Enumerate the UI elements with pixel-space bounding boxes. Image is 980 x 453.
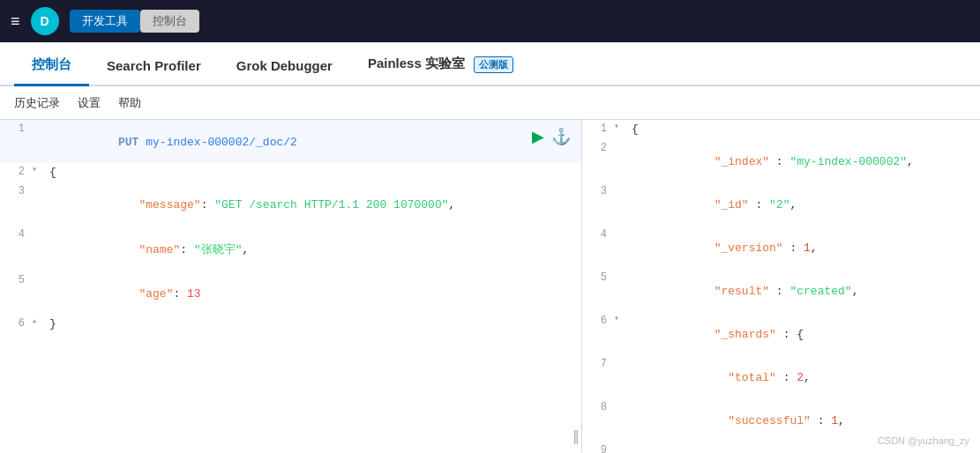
out-content-1: { bbox=[628, 121, 980, 136]
left-panel: 1 PUT my-index-000002/_doc/2 2 ▾ { 3 "me… bbox=[0, 120, 582, 453]
breadcrumb: 开发工具 › 控制台 bbox=[70, 10, 200, 33]
line-content-4: "name": "张晓宇", bbox=[46, 226, 581, 271]
out-num-4: 4 bbox=[582, 226, 614, 241]
line-num-2: 2 bbox=[0, 164, 32, 178]
editor-line-4: 4 "name": "张晓宇", bbox=[0, 226, 581, 271]
out-content-5: "result" : "created", bbox=[628, 270, 980, 311]
line-toggle-6[interactable]: ▴ bbox=[32, 316, 46, 326]
code-editor[interactable]: 1 PUT my-index-000002/_doc/2 2 ▾ { 3 "me… bbox=[0, 120, 581, 453]
run-button[interactable]: ▶ bbox=[532, 127, 544, 146]
editor-line-3: 3 "message": "GET /search HTTP/1.1 200 1… bbox=[0, 182, 581, 226]
resize-handle[interactable]: ‖ bbox=[571, 418, 581, 453]
tab-console[interactable]: 控制台 bbox=[14, 46, 89, 86]
line-content-1: PUT my-index-000002/_doc/2 bbox=[46, 121, 581, 162]
toolbar: 历史记录 设置 帮助 bbox=[0, 86, 980, 120]
breadcrumb-dev-tools[interactable]: 开发工具 bbox=[70, 10, 140, 33]
line-content-3: "message": "GET /search HTTP/1.1 200 107… bbox=[46, 183, 581, 225]
tab-search-profiler[interactable]: Search Profiler bbox=[89, 48, 219, 86]
editor-actions: ▶ ⚓ bbox=[532, 127, 571, 146]
toolbar-settings[interactable]: 设置 bbox=[78, 95, 101, 111]
line-content-2: { bbox=[46, 164, 581, 179]
output-line-1: 1 ▾ { bbox=[582, 120, 980, 139]
avatar[interactable]: D bbox=[31, 7, 59, 35]
line-content-5: "age": 13 bbox=[46, 272, 581, 314]
out-content-4: "_version" : 1, bbox=[628, 226, 980, 268]
out-num-9: 9 bbox=[582, 442, 614, 453]
out-num-3: 3 bbox=[582, 183, 614, 197]
editor-line-1: 1 PUT my-index-000002/_doc/2 bbox=[0, 120, 581, 163]
json-output: 1 ▾ { 2 "_index" : "my-index-000002", 3 … bbox=[582, 120, 980, 453]
tab-bar: 控制台 Search Profiler Grok Debugger Painle… bbox=[0, 42, 980, 86]
line-num-4: 4 bbox=[0, 226, 32, 241]
out-content-8: "successful" : 1, bbox=[628, 399, 980, 441]
hamburger-icon[interactable]: ≡ bbox=[11, 12, 20, 31]
output-line-3: 3 "_id" : "2", bbox=[582, 182, 980, 226]
right-panel: 1 ▾ { 2 "_index" : "my-index-000002", 3 … bbox=[582, 120, 980, 453]
editor-line-5: 5 "age": 13 bbox=[0, 271, 581, 315]
out-num-8: 8 bbox=[582, 399, 614, 413]
copy-link-button[interactable]: ⚓ bbox=[551, 127, 571, 146]
out-toggle-1[interactable]: ▾ bbox=[614, 121, 628, 131]
out-num-1: 1 bbox=[582, 121, 614, 135]
editor-line-2: 2 ▾ { bbox=[0, 163, 581, 182]
toolbar-help[interactable]: 帮助 bbox=[118, 95, 141, 111]
out-num-6: 6 bbox=[582, 313, 614, 327]
output-line-5: 5 "result" : "created", bbox=[582, 269, 980, 312]
breadcrumb-console[interactable]: 控制台 bbox=[140, 10, 199, 33]
line-toggle-2[interactable]: ▾ bbox=[32, 164, 46, 175]
top-nav: ≡ D 开发工具 › 控制台 bbox=[0, 0, 980, 42]
watermark: CSDN @yuzhang_zy bbox=[878, 435, 969, 446]
line-content-6: } bbox=[46, 316, 581, 330]
out-content-6: "_shards" : { bbox=[628, 313, 980, 354]
line-num-6: 6 bbox=[0, 316, 32, 330]
out-toggle-6[interactable]: ▾ bbox=[614, 313, 628, 323]
tab-grok-debugger[interactable]: Grok Debugger bbox=[219, 48, 350, 86]
line-num-5: 5 bbox=[0, 272, 32, 286]
toolbar-history[interactable]: 历史记录 bbox=[14, 95, 60, 111]
out-num-2: 2 bbox=[582, 140, 614, 154]
output-line-6: 6 ▾ "_shards" : { bbox=[582, 312, 980, 355]
tab-painless-lab[interactable]: Painless 实验室 公测版 bbox=[350, 45, 531, 86]
beta-badge: 公测版 bbox=[474, 56, 513, 73]
output-line-4: 4 "_version" : 1, bbox=[582, 226, 980, 269]
out-content-2: "_index" : "my-index-000002", bbox=[628, 140, 980, 182]
editor-line-6: 6 ▴ } bbox=[0, 315, 581, 334]
output-line-2: 2 "_index" : "my-index-000002", bbox=[582, 139, 980, 182]
out-num-5: 5 bbox=[582, 270, 614, 284]
out-content-7: "total" : 2, bbox=[628, 356, 980, 397]
line-num-1: 1 bbox=[0, 121, 32, 135]
out-num-7: 7 bbox=[582, 356, 614, 370]
out-content-3: "_id" : "2", bbox=[628, 183, 980, 225]
line-num-3: 3 bbox=[0, 183, 32, 197]
output-line-7: 7 "total" : 2, bbox=[582, 355, 980, 398]
main-content: 1 PUT my-index-000002/_doc/2 2 ▾ { 3 "me… bbox=[0, 120, 980, 453]
